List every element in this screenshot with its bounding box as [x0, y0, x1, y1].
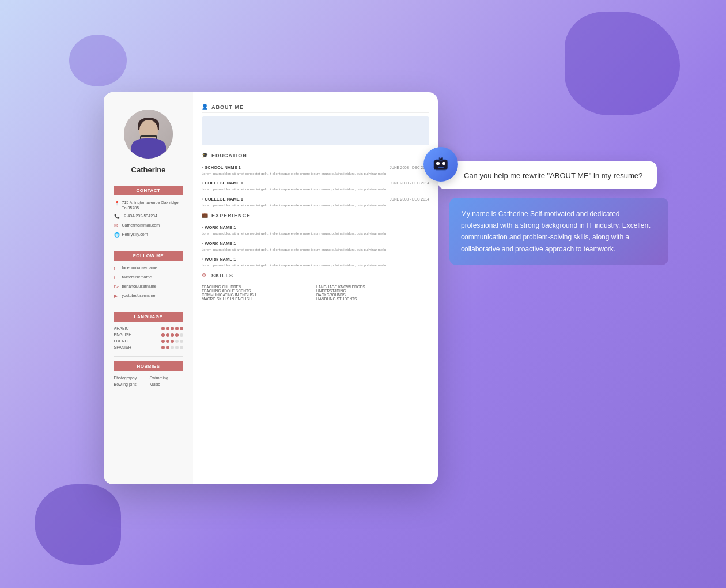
experience-icon: 💼: [202, 212, 209, 219]
skills-right-col: LANGUAGE KNOWLEDGESUNDERSTADINGBACKGROUN…: [316, 285, 429, 301]
hobby-item: Swimming: [150, 376, 183, 380]
education-items: ›SCHOOL NAME 1 JUNE 2008 - DEC 2014 Lore…: [202, 165, 429, 208]
edu-item-name: ›COLLEGE NAME 1: [202, 197, 243, 202]
avatar: [124, 110, 173, 159]
website-text: Henrysilly.com: [122, 232, 148, 237]
ai-response-box: My name is Catherine Self-motivated and …: [449, 198, 668, 265]
svg-point-5: [440, 157, 442, 159]
skill-item: MACRO SKILLS IN ENGLISH: [202, 297, 315, 301]
ai-question-text: Can you help me rewrite "ABOUT ME" in my…: [464, 171, 642, 180]
skill-item: UNDERSTADING: [316, 289, 429, 293]
language-row: ARABIC: [114, 326, 183, 330]
experience-item: ›WORK NAME 1 Lorem ipsum dolor: sit amet…: [202, 257, 429, 267]
edu-item-desc: Lorem ipsum dolor: sit amet consectet ge…: [202, 171, 429, 176]
language-row: FRENCH: [114, 339, 183, 343]
edu-item-desc: Lorem ipsum dolor: sit amet consectet ge…: [202, 187, 429, 191]
education-header: 🎓 EDUCATION: [202, 152, 429, 161]
contact-address: 📍 715 Arlington avenue Oak ridge, Tn 357…: [114, 200, 183, 210]
exp-item-name: ›WORK NAME 1: [202, 241, 236, 246]
edu-item-date: JUNE 2008 - DEC 2014: [390, 197, 429, 201]
edu-item-name: ›SCHOOL NAME 1: [202, 165, 241, 170]
divider-2: [114, 307, 183, 307]
exp-item-name: ›WORK NAME 1: [202, 225, 236, 230]
exp-item-desc: Lorem ipsum dolor: sit amet consectet ge…: [202, 263, 429, 267]
education-item: ›COLLEGE NAME 1 JUNE 2008 - DEC 2014 Lor…: [202, 197, 429, 208]
ai-question-box: Can you help me rewrite "ABOUT ME" in my…: [438, 161, 657, 189]
language-name: ENGLISH: [114, 333, 140, 337]
education-icon: 🎓: [202, 152, 209, 159]
contact-website: 🌐 Henrysilly.com: [114, 232, 183, 238]
social-facebook: f facebook/username: [114, 265, 183, 272]
language-dots: [161, 327, 183, 330]
about-me-icon: 👤: [202, 104, 209, 111]
follow-label: FOLLOW ME: [114, 251, 183, 261]
email-text: Catherine@mail.com: [122, 223, 160, 228]
ai-robot-icon: [423, 147, 458, 182]
skill-item: HANDLING STUDENTS: [316, 297, 429, 301]
resume-card: Catherine CONTACT 📍 715 Arlington avenue…: [104, 92, 438, 484]
skills-left-col: TEACHING CHILDRENTEACHING ADOLE SCENTSCO…: [202, 285, 315, 301]
edu-item-name: ›COLLEGE NAME 1: [202, 180, 243, 186]
phone-text: +2 434-232-534234: [122, 213, 157, 218]
about-me-header: 👤 ABOUT ME: [202, 104, 429, 113]
skills-header: ⚙ SKILLS: [202, 272, 429, 281]
skill-item: LANGUAGE KNOWLEDGES: [316, 285, 429, 289]
avatar-head: [139, 120, 158, 140]
hobbies-grid: PhotographySwimmingBowling pinsMusic: [114, 376, 183, 386]
skill-item: TEACHING CHILDREN: [202, 285, 315, 289]
facebook-icon: f: [114, 266, 120, 272]
contact-email: ✉ Catherine@mail.com: [114, 223, 183, 229]
resume-sidebar: Catherine CONTACT 📍 715 Arlington avenue…: [104, 92, 193, 484]
language-section: ARABICENGLISHFRENCHSPANISH: [114, 326, 183, 352]
experience-item: ›WORK NAME 1 Lorem ipsum dolor: sit amet…: [202, 241, 429, 252]
education-title: EDUCATION: [211, 153, 247, 159]
exp-item-desc: Lorem ipsum dolor: sit amet consectet ge…: [202, 231, 429, 236]
edu-item-desc: Lorem ipsum dolor: sit amet consectet ge…: [202, 203, 429, 208]
language-label: LANGUAGE: [114, 312, 183, 322]
contact-label: CONTACT: [114, 186, 183, 195]
language-name: SPANISH: [114, 345, 140, 349]
address-text: 715 Arlington avenue Oak ridge, Tn 35785: [122, 200, 183, 210]
skill-item: COMMUNICATING IN ENGLISH: [202, 293, 315, 297]
main-container: Catherine CONTACT 📍 715 Arlington avenue…: [104, 92, 622, 496]
decorative-splatter-2: [35, 484, 121, 565]
twitter-icon: t: [114, 275, 120, 281]
resume-main-content: 👤 ABOUT ME 🎓 EDUCATION ›SCHOOL NAME 1 JU…: [193, 92, 438, 484]
skill-item: BACKGROUNDS: [316, 293, 429, 297]
person-name: Catherine: [131, 165, 166, 174]
social-youtube: ▶ youtube/username: [114, 293, 183, 299]
exp-item-name: ›WORK NAME 1: [202, 257, 236, 262]
exp-item-desc: Lorem ipsum dolor: sit amet consectet ge…: [202, 247, 429, 252]
experience-title: EXPERIENCE: [211, 213, 251, 218]
language-name: ARABIC: [114, 326, 140, 330]
hobby-item: Photography: [114, 376, 148, 380]
youtube-icon: ▶: [114, 293, 120, 299]
phone-icon: 📞: [114, 214, 120, 220]
language-row: SPANISH: [114, 345, 183, 349]
divider-1: [114, 246, 183, 246]
contact-phone: 📞 +2 434-232-534234: [114, 213, 183, 220]
social-twitter: t twitter/username: [114, 274, 183, 281]
experience-item: ›WORK NAME 1 Lorem ipsum dolor: sit amet…: [202, 225, 429, 236]
svg-rect-0: [434, 160, 448, 170]
language-dots: [161, 346, 183, 349]
ai-response-text: My name is Catherine Self-motivated and …: [461, 210, 650, 253]
svg-rect-2: [442, 162, 445, 165]
web-icon: 🌐: [114, 232, 120, 238]
language-dots: [161, 333, 183, 337]
avatar-body: [131, 138, 166, 159]
education-item: ›COLLEGE NAME 1 JUNE 2008 - DEC 2014 Lor…: [202, 180, 429, 191]
hobbies-label: HOBBIES: [114, 361, 183, 371]
skills-title: SKILLS: [211, 273, 233, 278]
education-item: ›SCHOOL NAME 1 JUNE 2008 - DEC 2014 Lore…: [202, 165, 429, 176]
experience-header: 💼 EXPERIENCE: [202, 212, 429, 221]
language-row: ENGLISH: [114, 333, 183, 337]
skills-grid: TEACHING CHILDRENTEACHING ADOLE SCENTSCO…: [202, 285, 429, 301]
social-behance: Be behance/username: [114, 284, 183, 290]
language-name: FRENCH: [114, 339, 140, 343]
ai-chat-bubble: Can you help me rewrite "ABOUT ME" in my…: [438, 161, 657, 265]
language-dots: [161, 340, 183, 343]
email-icon: ✉: [114, 223, 120, 229]
divider-3: [114, 356, 183, 357]
edu-item-date: JUNE 2008 - DEC 2014: [390, 181, 429, 185]
